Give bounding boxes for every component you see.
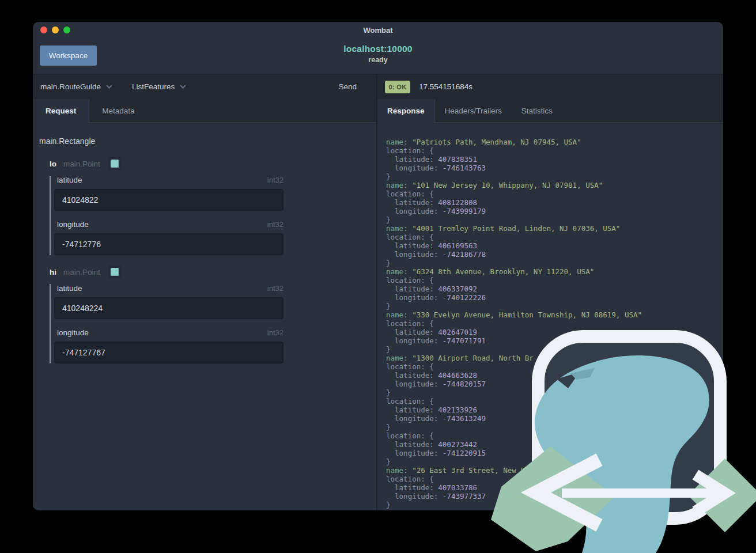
field-label: longitude: [57, 220, 89, 229]
traffic-lights: [40, 26, 70, 33]
request-form: main.Rectangle lomain.Pointlatitudeint32…: [33, 123, 376, 510]
hi-longitude-input[interactable]: [54, 342, 284, 363]
server-address: localhost:10000: [343, 44, 412, 54]
response-line: name: "26 East 3rd Street, New Pr: [386, 466, 723, 475]
field-group-lo: lomain.Pointlatitudeint32longitudeint32: [50, 157, 376, 255]
chevron-down-icon: [106, 85, 112, 89]
response-line: latitude: 402133926: [386, 406, 723, 414]
request-tabbar: RequestMetadata: [33, 99, 376, 123]
response-line: name: "6324 8th Avenue, Brooklyn, NY 112…: [386, 267, 723, 276]
response-line: latitude: 407033786: [386, 483, 723, 492]
response-line: location: {: [386, 233, 723, 241]
response-line: longitude: -742186778: [386, 250, 723, 259]
response-line: location: {: [386, 146, 723, 155]
response-line: latitude: 404663628: [386, 371, 723, 380]
response-line: latitude: 400273442: [386, 440, 723, 449]
field-type-label: int32: [267, 328, 284, 337]
response-line: name: "4001 Tremley Point Road, Linden, …: [386, 224, 723, 233]
zoom-button[interactable]: [63, 26, 70, 33]
response-line: location: {: [386, 475, 723, 483]
field-row: latitudeint32: [54, 176, 284, 211]
response-line: }: [386, 457, 723, 466]
response-line: longitude: -746143763: [386, 164, 723, 172]
response-line: latitude: 407838351: [386, 155, 723, 164]
field-label: longitude: [57, 328, 89, 337]
tab-statistics[interactable]: Statistics: [512, 99, 562, 123]
field-type-label: int32: [267, 284, 284, 293]
response-line: location: {: [386, 319, 723, 328]
chevron-down-icon: [180, 85, 186, 89]
minimize-button[interactable]: [52, 26, 59, 33]
field-group-header: lomain.Point: [50, 157, 376, 170]
response-line: latitude: 406337092: [386, 285, 723, 293]
hi-latitude-input[interactable]: [54, 297, 284, 319]
connection-status: ready: [343, 56, 412, 64]
response-line: name: "101 New Jersey 10, Whippany, NJ 0…: [386, 181, 723, 190]
response-output[interactable]: name: "Patriots Path, Mendham, NJ 07945,…: [377, 123, 723, 510]
main-panels: main.RouteGuide ListFeatures Send Reques…: [33, 74, 723, 510]
response-tabbar: ResponseHeaders/TrailersStatistics: [377, 99, 723, 123]
service-select[interactable]: main.RouteGuide: [40, 82, 112, 91]
call-duration: 17.554151684s: [419, 82, 472, 91]
desktop-background: Wombat Workspace localhost:10000 ready m…: [0, 0, 756, 553]
response-line: longitude: -744820157: [386, 380, 723, 388]
response-line: }: [386, 501, 723, 509]
response-toolbar: 0: OK 17.554151684s: [377, 74, 723, 99]
method-select-value: ListFeatures: [132, 82, 175, 91]
response-line: location: {: [386, 190, 723, 198]
group-name-label: lo: [50, 160, 56, 168]
response-line: latitude: 406109563: [386, 241, 723, 250]
group-type-label: main.Point: [63, 268, 100, 276]
response-line: name: "330 Evelyn Avenue, Hamilton Towns…: [386, 310, 723, 319]
message-type-label: main.Rectangle: [39, 137, 376, 146]
field-label: latitude: [57, 176, 82, 184]
close-button[interactable]: [40, 26, 47, 33]
workspace-button[interactable]: Workspace: [40, 46, 97, 66]
app-header: Workspace localhost:10000 ready: [33, 38, 723, 74]
field-row: longitudeint32: [54, 220, 284, 255]
response-line: location: {: [386, 431, 723, 440]
checkbox-check-icon: [111, 160, 119, 168]
response-line: }: [386, 302, 723, 310]
lo-longitude-input[interactable]: [54, 233, 284, 255]
response-line: longitude: -743613249: [386, 414, 723, 423]
response-line: longitude: -743977337: [386, 492, 723, 501]
send-button[interactable]: Send: [338, 82, 357, 91]
method-select[interactable]: ListFeatures: [132, 82, 186, 91]
response-line: location: {: [386, 276, 723, 285]
response-line: }: [386, 215, 723, 224]
response-line: longitude: -740122226: [386, 293, 723, 302]
response-line: }: [386, 423, 723, 431]
wombat-window: Wombat Workspace localhost:10000 ready m…: [33, 22, 723, 510]
group-type-label: main.Point: [63, 160, 100, 168]
response-line: latitude: 402647019: [386, 328, 723, 336]
field-type-label: int32: [267, 176, 284, 184]
lo-latitude-input[interactable]: [54, 189, 284, 211]
hi-enabled-checkbox[interactable]: [108, 266, 121, 278]
response-line: }: [386, 259, 723, 267]
response-line: }: [386, 172, 723, 181]
status-badge: 0: OK: [385, 81, 410, 93]
response-panel: 0: OK 17.554151684s ResponseHeaders/Trai…: [377, 74, 723, 510]
window-title: Wombat: [33, 26, 723, 35]
tab-response[interactable]: Response: [377, 99, 435, 123]
tab-metadata[interactable]: Metadata: [89, 99, 147, 123]
request-panel: main.RouteGuide ListFeatures Send Reques…: [33, 74, 377, 510]
field-type-label: int32: [267, 220, 284, 229]
response-line: }: [386, 345, 723, 354]
response-line: name: "1300 Airport Road, North Br: [386, 354, 723, 362]
service-select-value: main.RouteGuide: [40, 82, 101, 91]
response-line: name: "Patriots Path, Mendham, NJ 07945,…: [386, 138, 723, 146]
field-group-hi: himain.Pointlatitudeint32longitudeint32: [50, 266, 376, 363]
tab-request[interactable]: Request: [33, 99, 89, 123]
response-line: location: {: [386, 397, 723, 406]
response-line: longitude: -743999179: [386, 207, 723, 215]
field-row: longitudeint32: [54, 328, 284, 363]
response-line: latitude: 408122808: [386, 198, 723, 207]
lo-enabled-checkbox[interactable]: [108, 157, 121, 170]
tab-headers-trailers[interactable]: Headers/Trailers: [435, 99, 512, 123]
response-line: longitude: -741220915: [386, 449, 723, 457]
group-name-label: hi: [50, 268, 56, 276]
response-line: location: {: [386, 362, 723, 371]
field-row: latitudeint32: [54, 284, 284, 319]
